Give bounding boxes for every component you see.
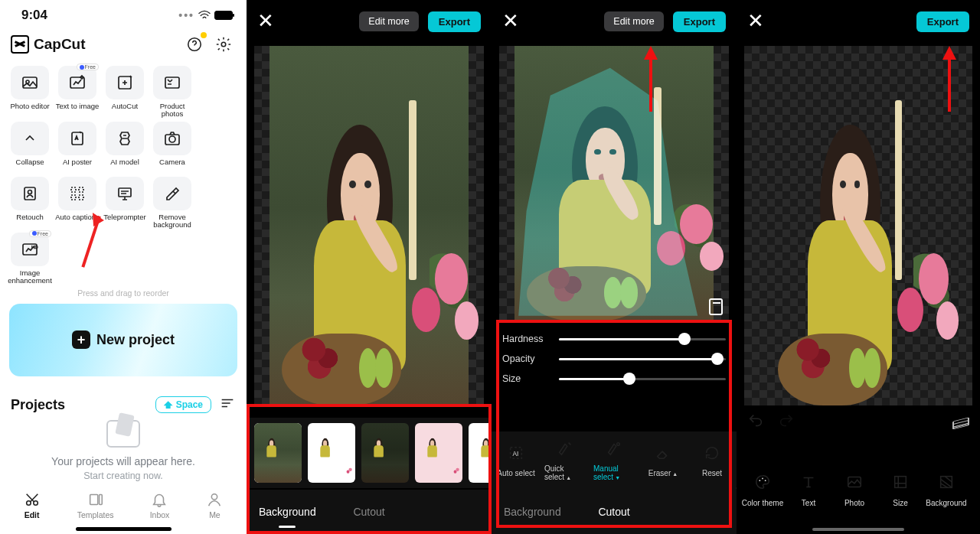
editor-cutout-screen: ✕ Edit more Export Hardness Opacity Size… xyxy=(492,0,737,534)
editor-final-screen: ✕ Export Color theme Text Photo Size xyxy=(737,0,980,534)
tool-product-photos[interactable]: Product photos xyxy=(150,66,194,119)
scissors-icon xyxy=(23,492,41,507)
layers-icon[interactable] xyxy=(952,415,969,429)
tool-camera[interactable]: Camera xyxy=(150,122,194,174)
tool-ai-model[interactable]: AI model xyxy=(103,122,147,174)
tab-templates[interactable]: Templates xyxy=(77,492,114,519)
svg-rect-16 xyxy=(119,188,131,197)
home-screen: 9:04 ••• CapCut Photo editor Free Text t… xyxy=(0,0,247,534)
empty-title: Your projects will appear here. xyxy=(51,455,195,467)
size-icon xyxy=(892,474,909,494)
home-indicator xyxy=(812,528,904,531)
svg-point-28 xyxy=(762,478,763,480)
new-project-label: New project xyxy=(96,332,175,348)
undo-icon[interactable] xyxy=(747,412,764,433)
tool-image-enhancement[interactable]: FreeHD Image enhancement xyxy=(8,233,52,285)
empty-icon xyxy=(106,420,140,448)
settings-icon[interactable] xyxy=(211,32,236,57)
svg-rect-12 xyxy=(71,187,76,192)
close-icon[interactable]: ✕ xyxy=(747,11,764,31)
tool-grid: Photo editor Free Text to image AutoCut … xyxy=(0,66,247,285)
tool-autocut[interactable]: AutoCut xyxy=(103,66,147,119)
svg-point-1 xyxy=(221,42,226,47)
svg-rect-31 xyxy=(895,477,906,488)
tool-retouch[interactable]: Retouch xyxy=(8,177,52,230)
svg-point-20 xyxy=(33,501,38,506)
text-icon xyxy=(800,474,817,494)
svg-rect-15 xyxy=(79,195,83,200)
projects-title: Projects xyxy=(11,397,65,413)
edit-toolbar: Color theme Text Photo Size Background S… xyxy=(737,447,980,534)
et-background[interactable]: Background xyxy=(925,474,968,507)
templates-icon xyxy=(87,492,105,507)
plus-icon: + xyxy=(72,330,90,349)
help-icon[interactable] xyxy=(182,32,207,57)
sort-icon[interactable] xyxy=(219,395,236,415)
palette-icon xyxy=(754,474,771,494)
new-project-button[interactable]: + New project xyxy=(9,304,237,376)
svg-point-23 xyxy=(212,494,217,500)
annotation-box xyxy=(247,404,492,534)
et-photo[interactable]: Photo xyxy=(833,474,876,507)
svg-rect-21 xyxy=(90,495,97,505)
et-color-theme[interactable]: Color theme xyxy=(741,474,784,507)
close-icon[interactable]: ✕ xyxy=(502,11,519,31)
export-button[interactable]: Export xyxy=(428,11,481,32)
et-size[interactable]: Size xyxy=(879,474,922,507)
tool-teleprompter[interactable]: Teleprompter xyxy=(103,177,147,230)
cell-icon: ••• xyxy=(178,9,194,21)
bell-icon xyxy=(150,492,168,507)
tab-inbox[interactable]: Inbox xyxy=(150,492,170,519)
user-icon xyxy=(205,492,224,507)
et-text[interactable]: Text xyxy=(787,474,830,507)
tool-text-to-image[interactable]: Free Text to image xyxy=(55,66,100,119)
svg-point-27 xyxy=(759,480,760,481)
background-icon xyxy=(938,474,955,494)
tool-photo-editor[interactable]: Photo editor xyxy=(8,66,52,119)
svg-point-19 xyxy=(26,501,31,506)
brand: CapCut xyxy=(11,35,178,54)
tool-remove-background[interactable]: Remove background xyxy=(150,177,194,230)
battery-icon xyxy=(214,11,233,20)
status-time: 9:04 xyxy=(21,8,47,23)
svg-rect-14 xyxy=(71,195,76,200)
tool-ai-poster[interactable]: AI poster xyxy=(55,122,100,174)
empty-state: Your projects will appear here. Start cr… xyxy=(0,415,247,486)
tab-me[interactable]: Me xyxy=(205,492,224,519)
status-icons: ••• xyxy=(178,9,233,21)
editor-background-screen: ✕ Edit more Export Background Cutout xyxy=(247,0,492,534)
svg-rect-22 xyxy=(99,495,102,505)
edit-more-button[interactable]: Edit more xyxy=(604,11,664,31)
redo-icon[interactable] xyxy=(778,412,795,433)
edit-more-button[interactable]: Edit more xyxy=(359,11,419,31)
brand-icon xyxy=(11,35,29,54)
wifi-icon xyxy=(198,10,211,21)
app-header: CapCut xyxy=(0,31,247,66)
rotate-icon[interactable] xyxy=(709,298,723,315)
tab-edit[interactable]: Edit xyxy=(23,492,41,519)
tool-collapse[interactable]: Collapse xyxy=(8,122,52,174)
svg-rect-6 xyxy=(165,77,179,88)
export-button[interactable]: Export xyxy=(673,11,726,32)
status-bar: 9:04 ••• xyxy=(0,5,247,31)
brand-label: CapCut xyxy=(34,36,86,53)
empty-sub: Start creating now. xyxy=(83,471,163,481)
svg-point-29 xyxy=(765,480,766,481)
export-button[interactable]: Export xyxy=(916,11,969,32)
reorder-hint: Press and drag to reorder xyxy=(0,288,247,298)
annotation-box xyxy=(496,320,732,528)
space-button[interactable]: Space xyxy=(155,396,211,413)
svg-point-11 xyxy=(28,190,32,194)
close-icon[interactable]: ✕ xyxy=(257,11,274,31)
svg-rect-13 xyxy=(79,187,83,192)
home-indicator xyxy=(76,527,172,531)
projects-header: Projects Space xyxy=(0,376,247,415)
et-sticker[interactable]: Stick xyxy=(971,474,980,507)
photo-icon xyxy=(846,474,863,494)
history-row xyxy=(737,409,980,436)
svg-text:HD: HD xyxy=(31,245,38,249)
bottom-tabbar: Edit Templates Inbox Me xyxy=(0,486,247,523)
svg-point-9 xyxy=(169,136,175,142)
